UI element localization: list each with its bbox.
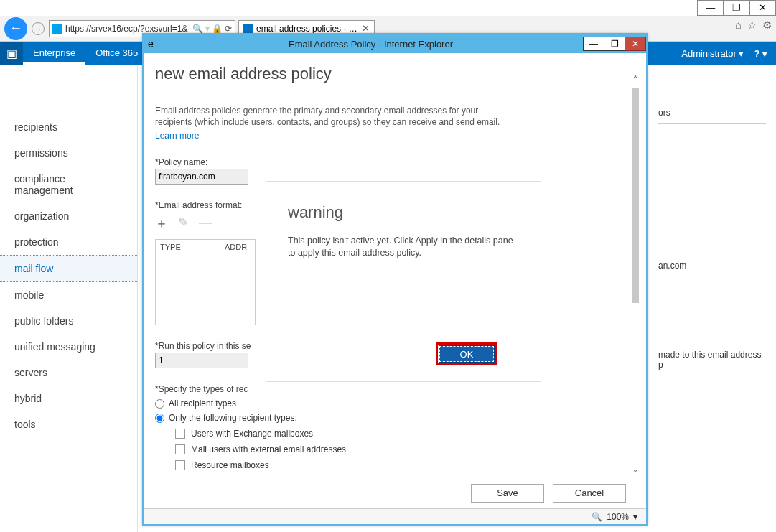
- checkbox-icon[interactable]: [175, 460, 185, 470]
- chk1-label: Users with Exchange mailboxes: [191, 429, 313, 439]
- nav-public-folders[interactable]: public folders: [0, 308, 137, 334]
- ie-icon: e: [144, 38, 158, 50]
- warning-message: This policy isn't active yet. Click Appl…: [288, 235, 519, 259]
- edit-icon[interactable]: ✎: [178, 215, 189, 232]
- modal-heading: new email address policy: [155, 65, 635, 83]
- zoom-value[interactable]: 100%: [607, 512, 629, 522]
- chk3-label: Resource mailboxes: [191, 460, 269, 470]
- radio-all-label: All recipient types: [169, 398, 236, 409]
- tab-close-icon[interactable]: ✕: [362, 23, 370, 34]
- back-button[interactable]: ←: [4, 17, 27, 40]
- checkbox-icon[interactable]: [175, 444, 185, 454]
- details-note-fragment: made to this email address p: [658, 350, 766, 370]
- modal-status-bar: 🔍 100% ▾: [144, 508, 646, 524]
- save-button[interactable]: Save: [471, 484, 544, 503]
- scroll-down-icon[interactable]: ˅: [627, 470, 643, 480]
- format-table-body[interactable]: [155, 256, 256, 325]
- modal-title-text: Email Address Policy - Internet Explorer: [158, 39, 584, 50]
- forward-button[interactable]: →: [32, 22, 45, 35]
- outer-window-controls: — ❐ ✕: [697, 0, 776, 16]
- scroll-up-icon[interactable]: ˄: [627, 75, 643, 85]
- ok-button[interactable]: OK: [439, 346, 494, 362]
- scroll-thumb[interactable]: [632, 88, 639, 303]
- nav-servers[interactable]: servers: [0, 360, 137, 386]
- restore-button[interactable]: ❐: [723, 1, 749, 15]
- toolbar-right: ⌂ ☆ ⚙: [735, 19, 772, 32]
- help-menu[interactable]: ? ▾: [754, 48, 767, 59]
- modal-restore[interactable]: ❐: [604, 37, 625, 51]
- nav-tools[interactable]: tools: [0, 411, 137, 437]
- modal-minimize[interactable]: —: [583, 37, 604, 51]
- specify-label: *Specify the types of rec: [155, 384, 635, 394]
- nav-recipients[interactable]: recipients: [0, 114, 137, 140]
- refresh-icon[interactable]: ⟳: [225, 24, 232, 34]
- zoom-icon[interactable]: 🔍: [592, 512, 602, 522]
- chk-mail-users[interactable]: Mail users with external email addresses: [175, 444, 635, 454]
- tab-favicon-icon: [243, 24, 253, 34]
- radio-only-label: Only the following recipient types:: [169, 413, 297, 423]
- tab-office365[interactable]: Office 365: [85, 42, 148, 65]
- nav-hybrid[interactable]: hybrid: [0, 386, 137, 411]
- remove-icon[interactable]: —: [199, 215, 212, 232]
- sequence-input[interactable]: [155, 353, 248, 368]
- details-pane: ors an.com made to this email address p: [658, 108, 766, 370]
- nav-mobile[interactable]: mobile: [0, 282, 137, 308]
- minimize-button[interactable]: —: [698, 1, 723, 15]
- site-favicon-icon: [52, 24, 62, 34]
- close-button[interactable]: ✕: [749, 1, 775, 15]
- nav-unified-messaging[interactable]: unified messaging: [0, 334, 137, 360]
- left-nav: recipients permissions compliance manage…: [0, 65, 138, 532]
- chk2-label: Mail users with external email addresses: [191, 444, 346, 454]
- cancel-button[interactable]: Cancel: [553, 484, 626, 503]
- modal-footer: Save Cancel: [471, 484, 626, 503]
- radio-all-types[interactable]: All recipient types: [155, 398, 635, 409]
- add-icon[interactable]: ＋: [155, 215, 168, 232]
- nav-protection[interactable]: protection: [0, 229, 137, 255]
- search-icon[interactable]: 🔍: [192, 24, 203, 34]
- nav-permissions[interactable]: permissions: [0, 140, 137, 166]
- modal-titlebar: e Email Address Policy - Internet Explor…: [144, 34, 646, 53]
- url-text: https://srvex16/ecp/?exsvurl=1&: [65, 24, 190, 34]
- col-type: TYPE: [156, 240, 220, 256]
- nav-organization[interactable]: organization: [0, 203, 137, 229]
- learn-more-link[interactable]: Learn more: [155, 131, 199, 141]
- tab-enterprise[interactable]: Enterprise: [23, 42, 85, 65]
- warning-dialog: warning This policy isn't active yet. Cl…: [266, 181, 541, 382]
- home-icon[interactable]: ⌂: [735, 19, 742, 32]
- chk-exchange-mailboxes[interactable]: Users with Exchange mailboxes: [175, 429, 635, 439]
- policy-name-input[interactable]: [155, 169, 248, 185]
- nav-compliance[interactable]: compliance management: [0, 166, 137, 203]
- admin-menu[interactable]: Administrator ▾: [681, 48, 744, 59]
- warning-title: warning: [288, 203, 519, 222]
- modal-close[interactable]: ✕: [625, 37, 646, 51]
- details-heading-fragment: ors: [658, 108, 766, 118]
- favorites-icon[interactable]: ☆: [747, 19, 757, 32]
- format-table-header: TYPE ADDR: [155, 239, 256, 256]
- url-controls: 🔍 ▾ 🔒 ⟳: [192, 24, 232, 34]
- radio-only-types[interactable]: Only the following recipient types:: [155, 413, 635, 423]
- settings-icon[interactable]: ⚙: [762, 19, 772, 32]
- col-addr: ADDR: [220, 240, 255, 256]
- details-domain-fragment: an.com: [658, 261, 766, 271]
- nav-mail-flow[interactable]: mail flow: [0, 255, 137, 282]
- tab-title: email address policies - Mic...: [256, 24, 357, 34]
- help-text: Email address policies generate the prim…: [155, 105, 514, 128]
- checkbox-icon[interactable]: [175, 429, 185, 439]
- zoom-dropdown-icon[interactable]: ▾: [633, 512, 637, 522]
- lock-icon[interactable]: 🔒: [212, 24, 223, 34]
- policy-name-label: *Policy name:: [155, 157, 635, 167]
- chk-resource-mailboxes[interactable]: Resource mailboxes: [175, 460, 635, 470]
- modal-scrollbar[interactable]: ˄ ˅: [627, 75, 643, 480]
- ok-highlight: OK: [436, 342, 497, 365]
- app-launcher-icon[interactable]: ▣: [0, 42, 23, 65]
